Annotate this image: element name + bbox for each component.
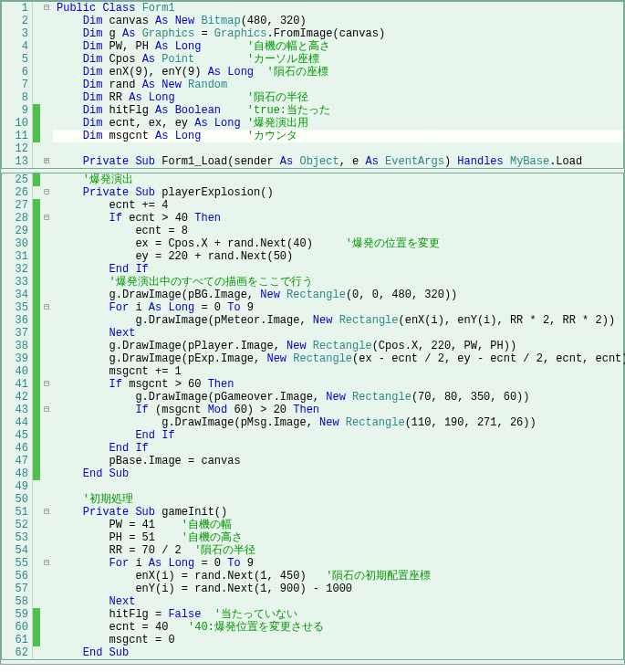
code-content[interactable]: Dim Cpos As Point 'カーソル座標 [53,53,623,66]
code-content[interactable]: g.DrawImage(pExp.Image, New Rectangle(ex… [53,352,625,365]
code-line[interactable]: 10 Dim ecnt, ex, ey As Long '爆発演出用 [2,117,623,130]
code-line[interactable]: 58 Next [2,595,623,608]
code-content[interactable]: Dim g As Graphics = Graphics.FromImage(c… [53,27,623,40]
fold-toggle-icon[interactable]: ⊟ [40,506,53,519]
code-line[interactable]: 62 End Sub [2,646,623,659]
code-line[interactable]: 12 [2,142,623,155]
fold-toggle-icon[interactable]: ⊟ [40,301,53,314]
code-line[interactable]: 25 '爆発演出 [2,173,623,186]
code-line[interactable]: 32 End If [2,263,623,276]
code-content[interactable]: End If [53,442,623,455]
code-line[interactable]: 47 pBase.Image = canvas [2,455,623,467]
code-line[interactable]: 11 Dim msgcnt As Long 'カウンタ [2,130,623,142]
code-content[interactable]: ex = Cpos.X + rand.Next(40) '爆発の位置を変更 [53,237,623,250]
code-line[interactable]: 51⊟ Private Sub gameInit() [2,506,623,519]
code-content[interactable]: g.DrawImage(pMsg.Image, New Rectangle(11… [53,416,623,429]
code-line[interactable]: 28⊟ If ecnt > 40 Then [2,212,623,225]
fold-toggle-icon[interactable]: ⊟ [40,186,53,199]
code-content[interactable]: End Sub [53,646,623,659]
code-line[interactable]: 31 ey = 220 + rand.Next(50) [2,250,623,263]
code-line[interactable]: 37 Next [2,327,623,340]
code-line[interactable]: 35⊟ For i As Long = 0 To 9 [2,301,623,314]
code-content[interactable]: ecnt += 4 [53,199,623,212]
code-line[interactable]: 34 g.DrawImage(pBG.Image, New Rectangle(… [2,289,623,301]
code-line[interactable]: 48 End Sub [2,467,623,480]
code-content[interactable]: If msgcnt > 60 Then [53,378,623,391]
code-line[interactable]: 42 g.DrawImage(pGameover.Image, New Rect… [2,391,623,404]
code-content[interactable]: ey = 220 + rand.Next(50) [53,250,623,263]
fold-toggle-icon[interactable]: ⊟ [40,404,53,416]
code-line[interactable]: 52 PW = 41 '自機の幅 [2,519,623,531]
code-line[interactable]: 39 g.DrawImage(pExp.Image, New Rectangle… [2,352,623,365]
code-line[interactable]: 59 hitFlg = False '当たっていない [2,608,623,621]
fold-toggle-icon[interactable]: ⊞ [40,155,53,168]
code-line[interactable]: 8 Dim RR As Long '隕石の半径 [2,91,623,104]
code-line[interactable]: 40 msgcnt += 1 [2,365,623,378]
code-content[interactable]: g.DrawImage(pMeteor.Image, New Rectangle… [53,314,623,327]
code-content[interactable]: End If [53,429,623,442]
code-content[interactable]: '爆発演出中のすべての描画をここで行う [53,276,623,289]
code-content[interactable]: End If [53,263,623,276]
code-line[interactable]: 46 End If [2,442,623,455]
code-line[interactable]: 26⊟ Private Sub playerExplosion() [2,186,623,199]
code-content[interactable]: msgcnt = 0 [53,634,623,646]
code-line[interactable]: 2 Dim canvas As New Bitmap(480, 320) [2,15,623,27]
code-content[interactable]: Dim RR As Long '隕石の半径 [53,91,623,104]
code-line[interactable]: 41⊟ If msgcnt > 60 Then [2,378,623,391]
code-content[interactable]: RR = 70 / 2 '隕石の半径 [53,544,623,557]
code-content[interactable]: Private Sub gameInit() [53,506,623,519]
code-content[interactable]: For i As Long = 0 To 9 [53,301,623,314]
code-content[interactable]: Dim enX(9), enY(9) As Long '隕石の座標 [53,66,623,79]
fold-toggle-icon[interactable]: ⊟ [40,2,53,15]
code-line[interactable]: 33 '爆発演出中のすべての描画をここで行う [2,276,623,289]
code-line[interactable]: 7 Dim rand As New Random [2,79,623,91]
code-line[interactable]: 29 ecnt = 8 [2,225,623,237]
code-content[interactable]: Dim canvas As New Bitmap(480, 320) [53,15,623,27]
code-content[interactable]: Dim PW, PH As Long '自機の幅と高さ [53,40,623,53]
code-line[interactable]: 38 g.DrawImage(pPlayer.Image, New Rectan… [2,340,623,352]
code-content[interactable]: '爆発演出 [53,173,623,186]
code-content[interactable]: g.DrawImage(pBG.Image, New Rectangle(0, … [53,289,623,301]
code-line[interactable]: 44 g.DrawImage(pMsg.Image, New Rectangle… [2,416,623,429]
code-line[interactable]: 61 msgcnt = 0 [2,634,623,646]
code-content[interactable]: Next [53,595,623,608]
code-content[interactable]: ecnt = 8 [53,225,623,237]
code-content[interactable]: Dim msgcnt As Long 'カウンタ [53,130,623,142]
code-line[interactable]: 55⊟ For i As Long = 0 To 9 [2,557,623,570]
code-content[interactable]: For i As Long = 0 To 9 [53,557,623,570]
code-line[interactable]: 6 Dim enX(9), enY(9) As Long '隕石の座標 [2,66,623,79]
code-content[interactable]: g.DrawImage(pGameover.Image, New Rectang… [53,391,623,404]
code-content[interactable]: Next [53,327,623,340]
code-line[interactable]: 3 Dim g As Graphics = Graphics.FromImage… [2,27,623,40]
code-line[interactable]: 57 enY(i) = rand.Next(1, 900) - 1000 [2,583,623,595]
fold-toggle-icon[interactable]: ⊟ [40,212,53,225]
code-line[interactable]: 43⊟ If (msgcnt Mod 60) > 20 Then [2,404,623,416]
code-line[interactable]: 49 [2,480,623,493]
code-line[interactable]: 1⊟Public Class Form1 [2,2,623,15]
code-line[interactable]: 30 ex = Cpos.X + rand.Next(40) '爆発の位置を変更 [2,237,623,250]
code-content[interactable]: Dim hitFlg As Boolean 'true:当たった [53,104,623,117]
code-line[interactable]: 9 Dim hitFlg As Boolean 'true:当たった [2,104,623,117]
code-content[interactable] [53,142,623,155]
code-content[interactable]: '初期処理 [53,493,623,506]
code-content[interactable] [53,480,623,493]
code-content[interactable]: If (msgcnt Mod 60) > 20 Then [53,404,623,416]
code-content[interactable]: hitFlg = False '当たっていない [53,608,623,621]
code-content[interactable]: PW = 41 '自機の幅 [53,519,623,531]
code-content[interactable]: Public Class Form1 [53,2,623,15]
code-content[interactable]: End Sub [53,467,623,480]
code-content[interactable]: PH = 51 '自機の高さ [53,531,623,544]
code-line[interactable]: 60 ecnt = 40 '40:爆発位置を変更させる [2,621,623,634]
code-content[interactable]: Private Sub playerExplosion() [53,186,623,199]
code-line[interactable]: 50 '初期処理 [2,493,623,506]
code-content[interactable]: enY(i) = rand.Next(1, 900) - 1000 [53,583,623,595]
code-content[interactable]: ecnt = 40 '40:爆発位置を変更させる [53,621,623,634]
code-line[interactable]: 45 End If [2,429,623,442]
code-line[interactable]: 13⊞ Private Sub Form1_Load(sender As Obj… [2,155,623,168]
fold-toggle-icon[interactable]: ⊟ [40,557,53,570]
code-line[interactable]: 56 enX(i) = rand.Next(1, 450) '隕石の初期配置座標 [2,570,623,583]
code-line[interactable]: 5 Dim Cpos As Point 'カーソル座標 [2,53,623,66]
code-content[interactable]: Private Sub Form1_Load(sender As Object,… [53,155,623,168]
code-line[interactable]: 27 ecnt += 4 [2,199,623,212]
code-content[interactable]: msgcnt += 1 [53,365,623,378]
